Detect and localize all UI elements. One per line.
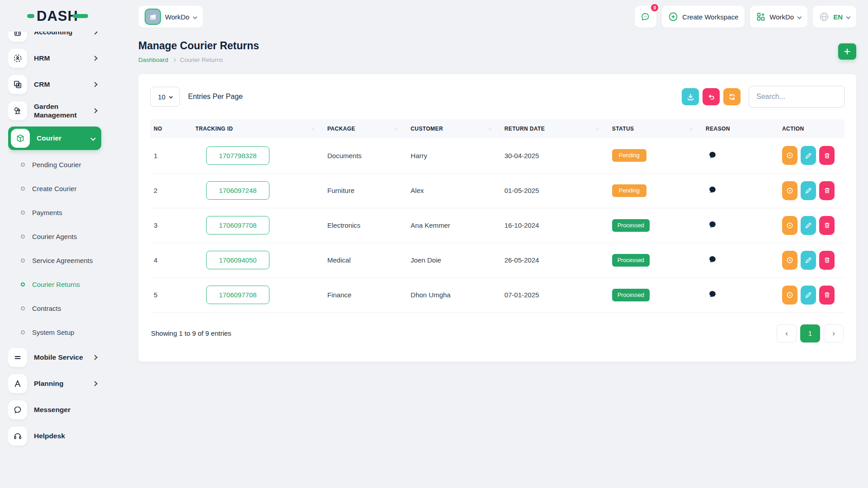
view-button[interactable] [782,216,797,235]
edit-button[interactable] [801,181,816,200]
entries-per-page-select[interactable]: 10 [150,87,180,107]
col-header-package[interactable]: PACKAGE↑↓ [324,119,407,138]
messages-button[interactable]: 0 [635,6,656,28]
tracking-id-link[interactable]: 1706097708 [206,286,269,304]
cell-package: Medical [324,243,407,277]
reason-comment-icon[interactable] [708,221,717,229]
view-button[interactable] [782,286,797,305]
col-header-return-date[interactable]: RETURN DATE↑↓ [501,119,609,138]
cell-no: 5 [150,277,192,312]
download-icon [687,93,694,101]
page-number-button[interactable]: 1 [800,324,820,343]
sidebar-item-service-agreements[interactable]: Service Agreements [8,249,127,272]
add-courier-return-button[interactable] [838,43,856,60]
col-header-no[interactable]: NO [150,119,192,138]
sort-icon[interactable]: ↑↓ [394,127,403,131]
view-button[interactable] [782,251,797,270]
cell-return-date: 16-10-2024 [501,208,609,243]
sidebar-item-payments[interactable]: Payments [8,201,127,225]
planning-icon [8,374,27,393]
sidebar-item-hrm[interactable]: HRM [8,45,101,71]
sidebar-item-crm[interactable]: CRM [8,71,101,98]
create-workspace-button[interactable]: Create Workspace [662,6,745,28]
topbar: WorkDo 0 Create Workspace WorkDo [138,0,856,30]
reason-comment-icon[interactable] [708,255,717,263]
export-download-button[interactable] [682,88,699,105]
sidebar-item-courier[interactable]: Courier [8,127,101,150]
sidebar-item-system-setup[interactable]: System Setup [8,320,127,344]
cell-return-date: 07-01-2025 [501,277,609,312]
refresh-button[interactable] [723,88,741,105]
trash-icon [824,291,830,298]
breadcrumb: Dashboard Courier Returns [138,56,259,63]
page-header: Manage Courier Returns Dashboard Courier… [138,40,856,63]
tracking-id-link[interactable]: 1707798328 [206,146,269,165]
table-header-row: NO TRACKING ID↑↓ PACKAGE↑↓ CUSTOMER↑↓ RE… [150,119,844,138]
delete-button[interactable] [819,146,835,165]
pencil-icon [805,152,812,159]
edit-button[interactable] [801,286,816,305]
reason-comment-icon[interactable] [708,186,717,194]
edit-button[interactable] [801,216,816,235]
sidebar: DASH Accounting HRM [0,0,127,488]
sidebar-item-create-courier[interactable]: Create Courier [8,177,127,201]
page-title: Manage Courier Returns [138,40,259,52]
edit-button[interactable] [801,146,816,165]
sidebar-item-contracts[interactable]: Contracts [8,296,127,320]
next-page-button[interactable]: › [824,324,844,343]
sidebar-scroll[interactable]: Accounting HRM CRM [8,32,127,488]
workspace-selector[interactable]: WorkDo [138,6,203,28]
delete-button[interactable] [819,181,835,200]
view-button[interactable] [782,146,797,165]
sidebar-item-courier-returns[interactable]: Courier Returns [8,272,127,296]
app-switcher-dropdown[interactable]: WorkDo [750,6,807,28]
sort-icon[interactable]: ↑↓ [689,127,698,131]
sidebar-item-pending-courier[interactable]: Pending Courier [8,153,127,177]
view-button[interactable] [782,181,797,200]
sidebar-item-courier-agents[interactable]: Courier Agents [8,225,127,249]
col-header-customer[interactable]: CUSTOMER↑↓ [407,119,500,138]
previous-page-button[interactable]: ‹ [777,324,797,343]
sidebar-item-label: Garden Management [34,102,93,120]
helpdesk-icon [8,427,27,446]
sidebar-item-helpdesk[interactable]: Helpdesk [8,423,101,449]
tracking-id-link[interactable]: 1706097708 [206,216,269,235]
row-actions [782,146,841,165]
plus-icon [844,48,851,55]
sidebar-item-accounting[interactable]: Accounting [8,32,101,45]
sort-icon[interactable]: ↑↓ [488,127,497,131]
sidebar-item-planning[interactable]: Planning [8,371,101,397]
delete-button[interactable] [819,251,835,270]
breadcrumb-dashboard-link[interactable]: Dashboard [138,56,168,63]
tracking-id-link[interactable]: 1706097248 [206,181,269,200]
sidebar-item-mobile-service[interactable]: Mobile Service [8,344,101,371]
delete-button[interactable] [819,216,835,235]
sidebar-item-garden-management[interactable]: Garden Management [8,98,101,124]
status-badge: Processed [612,219,650,232]
brand-logo[interactable]: DASH [8,0,127,32]
col-header-tracking-id[interactable]: TRACKING ID↑↓ [192,119,324,138]
delete-button[interactable] [819,286,835,305]
cell-customer: Harry [407,138,500,173]
col-header-status[interactable]: STATUS↑↓ [609,119,702,138]
chevron-down-icon [169,95,173,99]
table-footer: Showing 1 to 9 of 9 entries ‹ 1 › [150,324,844,343]
reason-comment-icon[interactable] [708,151,717,159]
trash-icon [824,187,830,194]
edit-button[interactable] [801,251,816,270]
row-actions [782,251,841,270]
col-header-reason: REASON [702,119,778,138]
row-actions [782,286,841,305]
sidebar-item-label: CRM [34,80,93,89]
tracking-id-link[interactable]: 1706094050 [206,251,269,269]
sidebar-item-messenger[interactable]: Messenger [8,397,101,423]
reason-comment-icon[interactable] [708,290,717,298]
sort-icon[interactable]: ↑↓ [311,127,320,131]
language-dropdown[interactable]: EN [813,6,856,28]
table-row: 1 1707798328 Documents Harry 30-04-2025 … [150,138,844,173]
cell-package: Documents [324,138,407,173]
sort-icon[interactable]: ↑↓ [596,127,605,131]
reset-undo-button[interactable] [703,88,720,105]
sidebar-item-label: Mobile Service [34,353,93,361]
search-input[interactable] [749,86,844,108]
